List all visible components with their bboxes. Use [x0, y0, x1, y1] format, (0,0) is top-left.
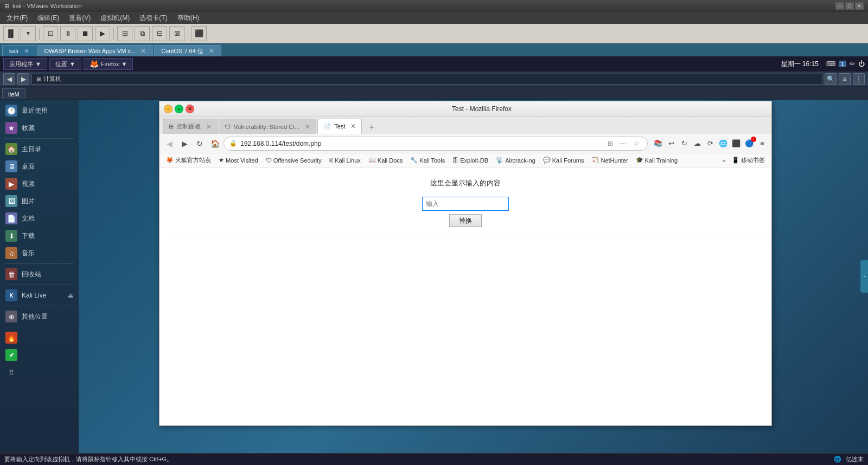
menu-help[interactable]: 帮助(H) — [173, 12, 204, 24]
tab-close-test[interactable]: ✕ — [350, 122, 356, 130]
places-menu-label: 位置 — [55, 60, 67, 68]
firefox-close-btn[interactable]: ✕ — [186, 105, 194, 113]
ff-history-btn[interactable]: ↩ — [665, 138, 677, 150]
vm-desktop[interactable]: － ○ ✕ Test - Mozilla Firefox ⊞ 控制面板 ✕ 🛡 … — [79, 100, 868, 453]
firefox-tab-test[interactable]: 📄 Test ✕ — [317, 119, 362, 134]
bookmark-nethunter[interactable]: 🏹 NetHunter — [588, 156, 631, 165]
vmware-minimize-btn[interactable]: － — [835, 2, 844, 10]
right-edge-indicator[interactable]: ⋮ — [860, 260, 868, 293]
sidebar-item-desktop[interactable]: 🖥 桌面 — [0, 158, 79, 175]
sidebar-item-app2[interactable]: ✔ — [0, 346, 79, 364]
vm-tab-kali[interactable]: kali ✕ — [2, 45, 36, 56]
sidebar-item-other[interactable]: ⊕ 其他位置 — [0, 308, 79, 325]
sidebar-item-download[interactable]: ⬇ 下载 — [0, 227, 79, 244]
vmware-close-btn[interactable]: ✕ — [855, 2, 864, 10]
ff-url-reader-btn[interactable]: ⊞ — [605, 138, 616, 149]
ff-back-btn[interactable]: ◀ — [163, 137, 176, 150]
vm-tab-owasp-close[interactable]: ✕ — [141, 47, 146, 55]
sidebar-item-recent[interactable]: 🕐 最近使用 — [0, 102, 79, 119]
toolbar-resume-btn[interactable]: ▶ — [95, 26, 110, 41]
bookmark-offensive[interactable]: 🛡 Offensive Security — [263, 156, 325, 165]
menu-view[interactable]: 查看(V) — [65, 12, 95, 24]
bookmark-mobile-bookmarks[interactable]: 📱 移动书签 — [729, 155, 768, 165]
bookmark-mostvisited[interactable]: ★ Most Visited — [215, 156, 261, 165]
kali-apps-menu[interactable]: 应用程序 ▼ — [3, 58, 47, 70]
ff-addon2-btn[interactable]: ⟳ — [704, 138, 716, 150]
nav-menu-btn[interactable]: ⋮ — [853, 73, 865, 85]
toolbar-pause-btn[interactable]: ⏸ — [60, 26, 75, 41]
ff-addon3-btn[interactable]: 🌐 — [717, 138, 729, 150]
ff-forward-btn[interactable]: ▶ — [178, 137, 191, 150]
bookmark-kali-tools[interactable]: 🔧 Kali Tools — [407, 156, 448, 165]
bookmark-huo[interactable]: 🦊 火狐官方站点 — [163, 155, 214, 165]
toolbar-view1-btn[interactable]: ⧉ — [135, 26, 150, 41]
bookmark-aircrack[interactable]: 📡 Aircrack-ng — [493, 156, 539, 165]
vm-tab-owasp[interactable]: OWASP Broken Web Apps VM v... ✕ — [37, 45, 154, 56]
toolbar-screen-btn[interactable]: ⬛ — [192, 26, 207, 41]
sidebar-item-images[interactable]: 🖼 图片 — [0, 192, 79, 210]
sidebar-item-bookmarks[interactable]: ★ 收藏 — [0, 119, 79, 137]
ff-menu-btn[interactable]: ≡ — [756, 138, 768, 150]
ff-url-more-btn[interactable]: ⋯ — [618, 138, 629, 149]
ff-sync-btn[interactable]: ↻ — [678, 138, 690, 150]
firefox-tab-vulnerability[interactable]: 🛡 Vulnerability: Stored Cr... ✕ — [219, 119, 316, 134]
ff-badge-btn[interactable]: 🔵 ! — [743, 138, 755, 150]
firefox-title: Test - Mozilla Firefox — [196, 105, 767, 113]
ff-addon1-btn[interactable]: ☁ — [691, 138, 703, 150]
bookmark-exploitdb[interactable]: 🗄 Exploit-DB — [449, 156, 492, 165]
nav-back-btn[interactable]: ◀ — [3, 73, 15, 85]
menu-tabs[interactable]: 选项卡(T) — [135, 12, 171, 24]
nav-view-toggle[interactable]: ≡ — [839, 73, 851, 85]
kali-filetab-item[interactable]: iteM — [2, 88, 25, 99]
menu-file[interactable]: 文件(F) — [2, 12, 32, 24]
firefox-restore-btn[interactable]: ○ — [175, 105, 183, 113]
ff-url-bar[interactable]: 🔒 192.168.0.114/test/dom.php ⊞ ⋯ ☆ — [224, 137, 648, 151]
nav-search-btn[interactable]: 🔍 — [825, 73, 837, 85]
vmware-restore-btn[interactable]: □ — [845, 2, 854, 10]
bookmark-kali-linux[interactable]: K Kali Linux — [326, 156, 364, 165]
sidebar-item-app1[interactable]: 🔥 — [0, 329, 79, 346]
dom-input-field[interactable] — [422, 197, 509, 211]
sidebar-item-grid[interactable]: ⠿ — [0, 364, 79, 381]
menu-edit[interactable]: 编辑(E) — [33, 12, 63, 24]
menu-vm[interactable]: 虚拟机(M) — [96, 12, 134, 24]
toolbar-view3-btn[interactable]: ⊠ — [169, 26, 184, 41]
firefox-minimize-btn[interactable]: － — [164, 105, 173, 113]
ff-reload-btn[interactable]: ↻ — [193, 137, 206, 150]
ff-home-btn[interactable]: 🏠 — [208, 137, 221, 150]
toolbar-view2-btn[interactable]: ⊟ — [152, 26, 167, 41]
kali-firefox-btn[interactable]: 🦊 Firefox ▼ — [84, 58, 133, 70]
sidebar-item-home[interactable]: 🏠 主目录 — [0, 140, 79, 158]
vm-tab-kali-close[interactable]: ✕ — [24, 47, 29, 55]
kali-statusbar: 要将输入定向到该虚拟机，请将鼠标指针移入其中或按 Ctrl+G。 🌐 亿连末 — [0, 453, 868, 465]
vm-tab-centos-close[interactable]: ✕ — [209, 47, 214, 55]
nav-forward-btn[interactable]: ▶ — [17, 73, 29, 85]
ff-collections-btn[interactable]: 📚 — [652, 138, 664, 150]
sidebar-item-docs[interactable]: 📄 文档 — [0, 210, 79, 227]
bookmark-more-btn[interactable]: » — [720, 156, 727, 165]
vm-tab-centos[interactable]: CentOS 7 64 位 ✕ — [154, 45, 221, 56]
kali-live-eject-icon[interactable]: ⏏ — [68, 292, 73, 299]
bookmark-kali-tools-icon: 🔧 — [410, 157, 418, 164]
toolbar-bar-btn[interactable]: ▐▌ — [3, 26, 18, 41]
bookmark-kali-docs[interactable]: 📖 Kali Docs — [365, 156, 406, 165]
sidebar-item-trash[interactable]: 🗑 回收站 — [0, 266, 79, 283]
ff-addon4-btn[interactable]: ⬛ — [730, 138, 742, 150]
tab-close-vuln[interactable]: ✕ — [305, 123, 310, 131]
dom-replace-button[interactable]: 替换 — [449, 214, 482, 227]
sidebar-item-kali-live[interactable]: K Kali Live ⏏ — [0, 287, 79, 304]
ff-url-bookmark-btn[interactable]: ☆ — [631, 138, 642, 149]
toolbar-stop-btn[interactable]: ⏹ — [78, 26, 93, 41]
sidebar-item-video[interactable]: ▶ 视频 — [0, 175, 79, 192]
toolbar-dropdown-btn[interactable]: ▼ — [21, 26, 36, 41]
bookmark-kali-forums[interactable]: 💬 Kali Forums — [540, 156, 588, 165]
firefox-newtab-btn[interactable]: + — [365, 121, 378, 134]
tab-close-cp[interactable]: ✕ — [206, 123, 212, 131]
sidebar-item-music[interactable]: ♫ 音乐 — [0, 244, 79, 262]
kali-sidebar: 🕐 最近使用 ★ 收藏 🏠 主目录 🖥 桌面 ▶ 视频 🖼 图 — [0, 100, 79, 453]
toolbar-send-btn[interactable]: ⊡ — [43, 26, 58, 41]
bookmark-kali-training[interactable]: 🎓 Kali Training — [633, 156, 681, 165]
toolbar-fit-btn[interactable]: ⊞ — [117, 26, 132, 41]
firefox-tab-controlpanel[interactable]: ⊞ 控制面板 ✕ — [163, 119, 218, 134]
kali-places-menu[interactable]: 位置 ▼ — [49, 58, 81, 70]
